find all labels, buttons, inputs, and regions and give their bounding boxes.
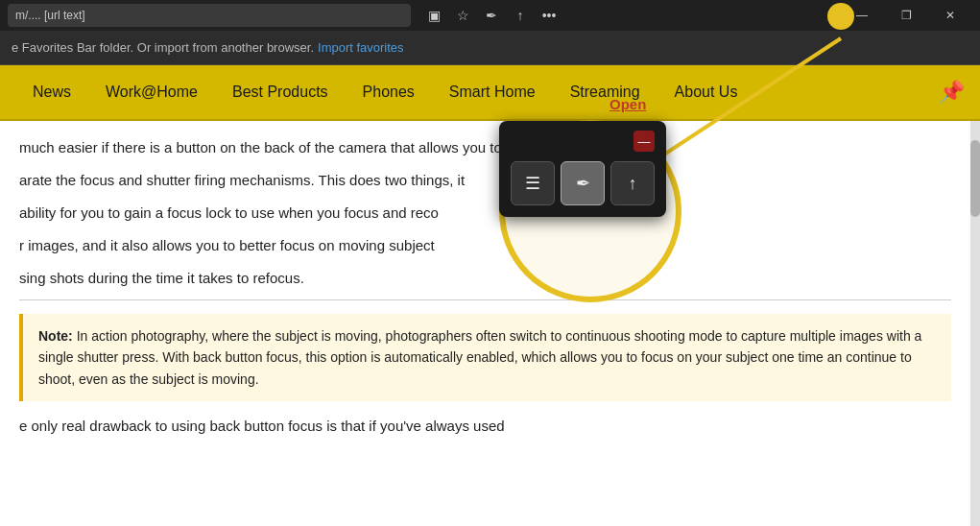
article-para-2: arate the focus and shutter firing mecha… <box>19 169 951 192</box>
close-button[interactable]: ✕ <box>928 0 972 31</box>
content-area: much easier if there is a button on the … <box>0 121 980 526</box>
nav-item-best-products[interactable]: Best Products <box>215 64 346 120</box>
note-box: Note: In action photography, where the s… <box>19 314 951 401</box>
sign-button[interactable]: ✒ <box>561 161 605 205</box>
url-text: m/.... [url text] <box>15 9 85 22</box>
nav-item-phones[interactable]: Phones <box>346 64 432 120</box>
reading-list-icon: ☰ <box>525 173 540 194</box>
article-content: much easier if there is a button on the … <box>0 121 970 526</box>
nav-item-smart-home[interactable]: Smart Home <box>432 64 553 120</box>
share-toolbar-icon: ↑ <box>629 174 637 194</box>
toolbar-icons: ▣ ☆ ✒ ↑ ••• <box>420 2 562 29</box>
import-favorites-link[interactable]: Import favorites <box>318 40 404 55</box>
nav-item-work-at-home[interactable]: Work@Home <box>88 64 215 120</box>
navbar: News Work@Home Best Products Phones Smar… <box>0 65 980 121</box>
nav-item-about-us[interactable]: About Us <box>657 64 755 120</box>
open-link[interactable]: Open <box>610 96 646 112</box>
article-para-5: sing shots during the time it takes to r… <box>19 267 951 290</box>
article-text: much easier if there is a button on the … <box>19 136 951 290</box>
sign-toolbar-icon: ✒ <box>576 173 590 194</box>
address-bar[interactable]: m/.... [url text] <box>8 4 411 27</box>
favorites-bar: e Favorites Bar folder. Or import from a… <box>0 31 980 65</box>
scrollbar-thumb[interactable] <box>970 140 980 217</box>
article-para-3: ability for you to gain a focus lock to … <box>19 202 951 225</box>
favorites-bar-text: e Favorites Bar folder. Or import from a… <box>12 40 314 55</box>
more-icon[interactable]: ••• <box>536 2 562 29</box>
toolbar-minimize-button[interactable]: — <box>633 131 655 152</box>
sign-icon[interactable]: ✒ <box>478 2 505 29</box>
share-button[interactable]: ↑ <box>610 161 655 205</box>
article-footer: e only real drawback to using back butto… <box>19 415 951 438</box>
scrollbar[interactable] <box>970 121 980 526</box>
restore-button[interactable]: ❐ <box>884 0 928 31</box>
profile-button-highlight[interactable] <box>827 3 854 30</box>
note-label: Note: <box>38 328 73 344</box>
note-text: In action photography, where the subject… <box>38 328 921 387</box>
favorites-icon[interactable]: ☆ <box>449 2 476 29</box>
add-to-reading-list-button[interactable]: ☰ <box>511 161 555 205</box>
divider <box>19 299 951 300</box>
toolbar-popup: — ☰ ✒ ↑ <box>499 121 666 217</box>
toolbar-popup-top: — <box>507 129 658 154</box>
collections-icon[interactable]: ▣ <box>420 2 447 29</box>
navbar-items: News Work@Home Best Products Phones Smar… <box>15 64 965 120</box>
article-para-1: much easier if there is a button on the … <box>19 136 951 159</box>
nav-item-news[interactable]: News <box>15 64 88 120</box>
annotation-toolbar: — ☰ ✒ ↑ <box>499 121 666 217</box>
toolbar-popup-icons: ☰ ✒ ↑ <box>507 157 658 209</box>
share-icon[interactable]: ↑ <box>507 2 534 29</box>
window-controls: — ❐ ✕ <box>840 0 972 31</box>
pin-icon[interactable]: 📌 <box>939 80 965 105</box>
address-area: m/.... [url text] ▣ ☆ ✒ ↑ ••• <box>8 2 832 29</box>
article-para-4: r images, and it also allows you to bett… <box>19 234 951 257</box>
